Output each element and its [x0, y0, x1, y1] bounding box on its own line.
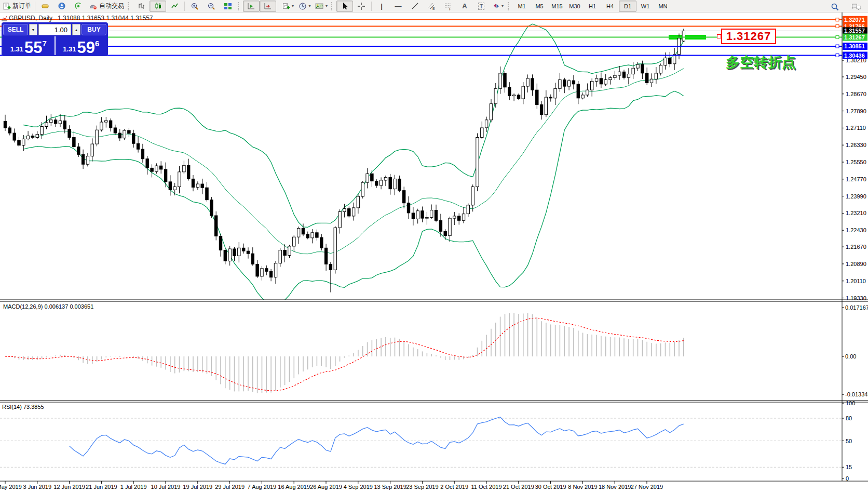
new-chart-button[interactable]: ▾: [280, 1, 296, 12]
toolbar-grip[interactable]: [508, 2, 511, 10]
toolbar-grip[interactable]: [238, 2, 241, 10]
zoom-in-button[interactable]: [186, 1, 203, 12]
autotrading-icon: [89, 2, 98, 10]
macd-tick-label: -0.013348: [845, 391, 868, 397]
cursor-button[interactable]: [336, 1, 353, 12]
search-button[interactable]: [826, 1, 843, 12]
timeframe-button-M30[interactable]: M30: [566, 1, 584, 12]
sell-price-sup: 7: [42, 39, 46, 55]
svg-text:F: F: [449, 7, 451, 10]
price-tick-label: 1.24770: [846, 176, 866, 182]
autotrading-label: 自动交易: [99, 2, 124, 10]
channel-icon: E: [427, 2, 436, 10]
bar-chart-button[interactable]: [133, 1, 150, 12]
date-label: 19 Jul 2019: [183, 484, 212, 490]
line-handle[interactable]: [836, 25, 839, 28]
chat-button[interactable]: [848, 1, 865, 12]
timeframe-button-D1[interactable]: D1: [619, 1, 636, 12]
sell-button[interactable]: SELL: [3, 24, 28, 35]
line-chart-button[interactable]: [166, 1, 183, 12]
date-label: 13 Sep 2019: [374, 484, 406, 490]
date-label: 1 Jul 2019: [120, 484, 147, 490]
templates-button[interactable]: ▾: [313, 1, 330, 12]
chart-shift-button[interactable]: [260, 1, 276, 12]
template-image-icon: [315, 2, 324, 10]
date-label: 3 Jun 2019: [23, 484, 51, 490]
text-label-icon: T: [478, 3, 485, 10]
volume-increase-button[interactable]: ▲: [72, 24, 80, 35]
community-button[interactable]: [53, 1, 70, 12]
equidistant-channel-button[interactable]: E: [423, 1, 440, 12]
toolbar-grip[interactable]: [331, 2, 335, 10]
price-callout-box[interactable]: 1.31267: [721, 29, 776, 44]
toolbar-grip[interactable]: [128, 2, 131, 10]
horizontal-line-button[interactable]: —: [390, 1, 406, 12]
date-label: 2 Oct 2019: [440, 484, 468, 490]
timeframe-button-M5[interactable]: M5: [531, 1, 548, 12]
buy-price-prefix: 1.31: [63, 46, 76, 55]
crosshair-button[interactable]: [353, 1, 370, 12]
price-tick-label: 1.28670: [846, 91, 866, 97]
line-handle[interactable]: [836, 45, 839, 48]
trendline-button[interactable]: [406, 1, 423, 12]
periods-button[interactable]: ▾: [296, 1, 313, 12]
signals-button[interactable]: [70, 1, 87, 12]
price-tag-label: 1.31557: [844, 28, 865, 34]
callout-anchor[interactable]: [717, 34, 721, 38]
timeframe-button-W1[interactable]: W1: [636, 1, 654, 12]
timeframe-button-MN[interactable]: MN: [654, 1, 672, 12]
sell-price-prefix: 1.31: [10, 46, 23, 55]
zoom-out-button[interactable]: [203, 1, 220, 12]
text-label-button[interactable]: T: [473, 1, 490, 12]
buy-button[interactable]: BUY: [82, 24, 106, 35]
symbol-icon: [2, 16, 7, 21]
gold-ingot-icon: [41, 2, 49, 10]
toolbar-right: [826, 1, 865, 12]
timeframe-button-H1[interactable]: H1: [584, 1, 601, 12]
toolbar: 新订单 自动交易: [0, 0, 868, 12]
line-handle[interactable]: [836, 36, 839, 39]
chevron-down-icon: ▾: [326, 4, 328, 8]
tile-windows-button[interactable]: [220, 1, 236, 12]
line-handle[interactable]: [836, 54, 839, 57]
line-handle[interactable]: [836, 18, 839, 21]
price-tag-label: 1.30851: [844, 43, 865, 49]
candlestick-chart-button[interactable]: [150, 1, 166, 12]
buy-price[interactable]: 1.31 59 6: [56, 36, 107, 55]
sell-price-big: 55: [24, 41, 42, 55]
vertical-line-button[interactable]: |: [373, 1, 390, 12]
timeframe-button-M15[interactable]: M15: [548, 1, 566, 12]
timeframe-button-H4[interactable]: H4: [601, 1, 619, 12]
buy-price-sup: 6: [95, 39, 99, 55]
separator: [278, 2, 278, 11]
clock-icon: [299, 2, 307, 10]
price-tag-label: 1.32071: [844, 17, 865, 23]
market-button[interactable]: [37, 1, 53, 12]
volume-input[interactable]: 1.00: [38, 24, 71, 35]
price-tick-label: 1.20110: [846, 278, 866, 284]
chevron-down-icon: ▾: [292, 4, 294, 8]
auto-scroll-button[interactable]: [243, 1, 260, 12]
chart-title-ohlc: 1.31088 1.31653 1.31044 1.31557: [58, 15, 153, 22]
separator: [371, 2, 372, 11]
date-label: 21 Oct 2019: [503, 484, 534, 490]
chart-shift-icon: [264, 2, 272, 10]
mt4-window: 1.302101.294501.286701.278901.271101.263…: [0, 0, 868, 492]
autotrading-button[interactable]: 自动交易: [87, 1, 126, 12]
price-tick-label: 1.29450: [846, 74, 866, 80]
price-tick-label: 1.23210: [846, 210, 866, 216]
fibonacci-button[interactable]: F: [440, 1, 456, 12]
text-button[interactable]: A: [456, 1, 473, 12]
arrows-button[interactable]: ▾: [490, 1, 506, 12]
price-tag-label: 1.31267: [844, 34, 865, 41]
date-label: 8 Nov 2019: [568, 484, 597, 490]
new-order-icon: [3, 2, 11, 10]
chart-canvas[interactable]: 1.302101.294501.286701.278901.271101.263…: [0, 0, 868, 492]
timeframe-button-M1[interactable]: M1: [513, 1, 531, 12]
volume-decrease-button[interactable]: ▼: [29, 24, 37, 35]
price-tick-label: 1.19330: [846, 295, 866, 301]
price-tick-label: 1.23990: [846, 193, 866, 200]
sell-price[interactable]: 1.31 55 7: [3, 36, 54, 55]
annotation-text[interactable]: 多空转折点: [726, 53, 796, 72]
new-order-button[interactable]: 新订单: [1, 1, 33, 12]
